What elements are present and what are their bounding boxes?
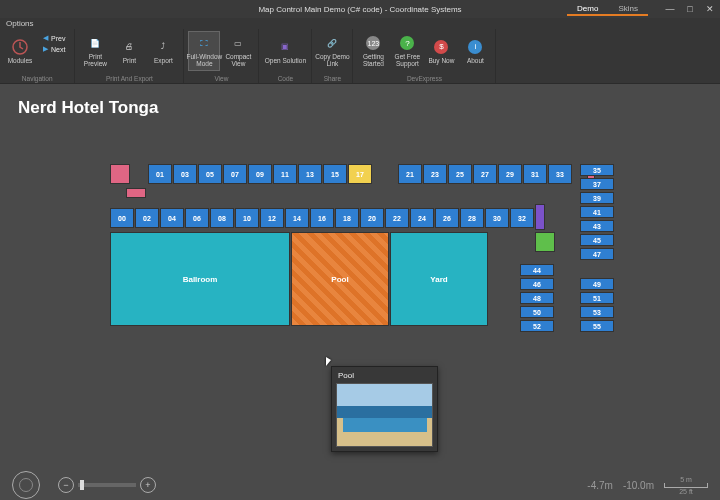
prev-icon: ◀	[43, 34, 48, 42]
room-28[interactable]: 28	[460, 208, 484, 228]
room-45[interactable]: 45	[580, 234, 614, 246]
zoom-out-button[interactable]: −	[58, 477, 74, 493]
tab-demo[interactable]: Demo	[567, 2, 608, 14]
room-29[interactable]: 29	[498, 164, 522, 184]
about-button[interactable]: iAbout	[459, 31, 491, 71]
buy-icon: $	[433, 39, 449, 55]
getting-started-button[interactable]: 123Getting Started	[357, 31, 389, 71]
page-title: Nerd Hotel Tonga	[18, 98, 158, 118]
room-06[interactable]: 06	[185, 208, 209, 228]
tooltip-image	[336, 383, 433, 447]
room-47[interactable]: 47	[580, 248, 614, 260]
room-12[interactable]: 12	[260, 208, 284, 228]
map-canvas[interactable]: Nerd Hotel Tonga 01030507091113151721232…	[0, 84, 720, 500]
room-44[interactable]: 44	[520, 264, 554, 276]
tooltip-title: Pool	[336, 371, 433, 380]
room-15[interactable]: 15	[323, 164, 347, 184]
room-13[interactable]: 13	[298, 164, 322, 184]
room-20[interactable]: 20	[360, 208, 384, 228]
prev-button[interactable]: ◀Prev	[40, 33, 68, 43]
room-30[interactable]: 30	[485, 208, 509, 228]
room-03[interactable]: 03	[173, 164, 197, 184]
ribbon: Modules ◀Prev ▶Next Navigation 📄Print Pr…	[0, 29, 720, 84]
room-53[interactable]: 53	[580, 306, 614, 318]
room-16[interactable]: 16	[310, 208, 334, 228]
room-14[interactable]: 14	[285, 208, 309, 228]
decor-room-b[interactable]	[126, 188, 146, 198]
room-51[interactable]: 51	[580, 292, 614, 304]
print-button[interactable]: 🖨Print	[113, 31, 145, 71]
room-33[interactable]: 33	[548, 164, 572, 184]
tooltip: Pool	[331, 366, 438, 452]
room-37[interactable]: 37	[580, 178, 614, 190]
room-04[interactable]: 04	[160, 208, 184, 228]
maximize-button[interactable]: □	[680, 0, 700, 18]
print-icon: 🖨	[121, 39, 137, 55]
room-41[interactable]: 41	[580, 206, 614, 218]
cursor-icon	[326, 357, 331, 366]
room-02[interactable]: 02	[135, 208, 159, 228]
nav-buttons: ◀Prev ▶Next	[38, 31, 70, 71]
full-window-button[interactable]: ⛶Full-Window Mode	[188, 31, 220, 71]
room-35[interactable]: 35	[580, 164, 614, 176]
room-17[interactable]: 17	[348, 164, 372, 184]
area-pool[interactable]: Pool	[291, 232, 389, 326]
full-window-icon: ⛶	[196, 35, 212, 51]
room-43[interactable]: 43	[580, 220, 614, 232]
room-05[interactable]: 05	[198, 164, 222, 184]
room-52[interactable]: 52	[520, 320, 554, 332]
room-39[interactable]: 39	[580, 192, 614, 204]
room-32[interactable]: 32	[510, 208, 534, 228]
zoom-in-button[interactable]: +	[140, 477, 156, 493]
decor-room-green[interactable]	[535, 232, 555, 252]
room-25[interactable]: 25	[448, 164, 472, 184]
room-09[interactable]: 09	[248, 164, 272, 184]
area-yard[interactable]: Yard	[390, 232, 488, 326]
room-01[interactable]: 01	[148, 164, 172, 184]
decor-room-purple[interactable]	[535, 204, 545, 230]
get-support-button[interactable]: ?Get Free Support	[391, 31, 423, 71]
link-icon: 🔗	[324, 35, 340, 51]
tab-skins[interactable]: Skins	[608, 2, 648, 14]
group-share: Share	[324, 75, 341, 83]
area-ballroom[interactable]: Ballroom	[110, 232, 290, 326]
room-00[interactable]: 00	[110, 208, 134, 228]
room-21[interactable]: 21	[398, 164, 422, 184]
close-button[interactable]: ✕	[700, 0, 720, 18]
room-50[interactable]: 50	[520, 306, 554, 318]
room-11[interactable]: 11	[273, 164, 297, 184]
print-preview-icon: 📄	[87, 35, 103, 51]
room-08[interactable]: 08	[210, 208, 234, 228]
room-49[interactable]: 49	[580, 278, 614, 290]
print-preview-button[interactable]: 📄Print Preview	[79, 31, 111, 71]
room-23[interactable]: 23	[423, 164, 447, 184]
room-07[interactable]: 07	[223, 164, 247, 184]
room-46[interactable]: 46	[520, 278, 554, 290]
next-button[interactable]: ▶Next	[40, 44, 68, 54]
window-title: Map Control Main Demo (C# code) - Coordi…	[258, 5, 461, 14]
room-55[interactable]: 55	[580, 320, 614, 332]
options-label[interactable]: Options	[0, 18, 720, 29]
room-26[interactable]: 26	[435, 208, 459, 228]
room-24[interactable]: 24	[410, 208, 434, 228]
copy-link-button[interactable]: 🔗Copy Demo Link	[316, 31, 348, 71]
zoom-slider[interactable]	[78, 483, 136, 487]
modules-button[interactable]: Modules	[4, 31, 36, 71]
room-22[interactable]: 22	[385, 208, 409, 228]
decor-room-a[interactable]	[110, 164, 130, 184]
group-devexpress: DevExpress	[407, 75, 442, 83]
status-bar: − + -4.7m -10.0m 5 m 25 ft	[0, 469, 720, 500]
buy-now-button[interactable]: $Buy Now	[425, 31, 457, 71]
room-27[interactable]: 27	[473, 164, 497, 184]
room-18[interactable]: 18	[335, 208, 359, 228]
room-10[interactable]: 10	[235, 208, 259, 228]
pan-control[interactable]	[12, 471, 40, 499]
room-31[interactable]: 31	[523, 164, 547, 184]
export-button[interactable]: ⤴Export	[147, 31, 179, 71]
group-print: Print And Export	[106, 75, 153, 83]
room-48[interactable]: 48	[520, 292, 554, 304]
open-solution-button[interactable]: ▣Open Solution	[263, 31, 307, 71]
open-solution-icon: ▣	[277, 39, 293, 55]
compact-view-button[interactable]: ▭Compact View	[222, 31, 254, 71]
minimize-button[interactable]: —	[660, 0, 680, 18]
